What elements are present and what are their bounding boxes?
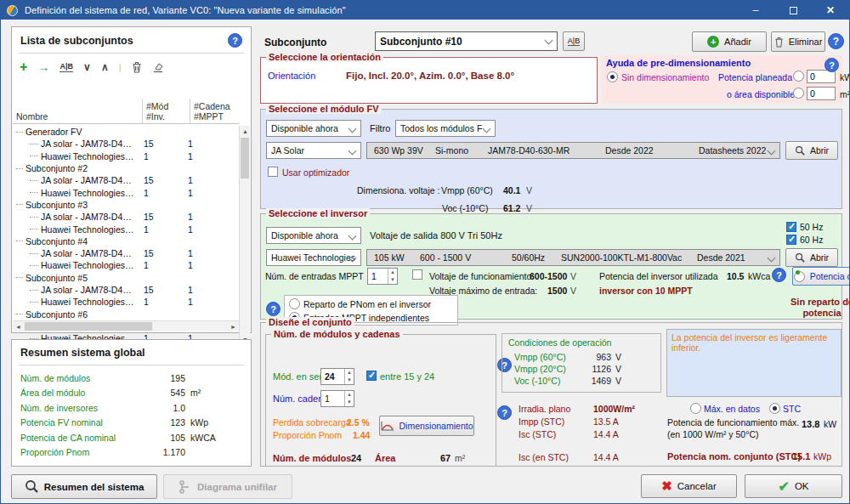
optimizer-checkbox[interactable] (268, 167, 278, 177)
sizing-voltage-label: Dimensiona. voltaje : (357, 185, 439, 195)
close-button[interactable]: ✕ (812, 1, 849, 20)
shared-power-button[interactable]: Potencia compartida (792, 267, 850, 286)
list-column-headers: Nombre #Mód#Inv. #Cadena#MPPT (13, 99, 239, 124)
scroll-up-arrow[interactable]: ▲ (240, 126, 251, 137)
cancel-x-icon: ✖ (661, 479, 672, 494)
inverter-legend: Seleccione el inversor (266, 208, 370, 218)
module-manufacturer-select[interactable]: JA Solar (266, 142, 361, 159)
tree-row[interactable]: Subconjunto #2 (14, 162, 238, 174)
pnom-split-help-icon[interactable]: ? (266, 302, 280, 316)
modules-in-series-spinner[interactable]: 24▲▼ (320, 368, 354, 385)
vmpp-label: Vmpp (60°C) (441, 185, 493, 195)
tree-row[interactable]: JA solar - JAM78-D40-630-MR151 (14, 284, 238, 296)
freq-50hz-label: 50 Hz (800, 222, 823, 232)
tree-row[interactable]: Huawei Technologies - SUN2...11 (14, 296, 238, 308)
no-sizing-radio[interactable] (607, 71, 618, 82)
inverter-availability-select[interactable]: Disponible ahora (266, 227, 361, 244)
operating-conditions-box: Condiciones de operación Vmpp (60°C)963V… (502, 333, 661, 393)
module-open-button[interactable]: Abrir (785, 141, 838, 160)
hscroll-thumb[interactable] (25, 322, 152, 331)
rename-icon[interactable]: A|B (60, 62, 73, 72)
duplicate-subarray-icon[interactable]: → (37, 60, 49, 74)
strings-spinner[interactable]: 1▲▼ (320, 390, 354, 407)
tree-row[interactable]: Huawei Technologies - SUN2...11 (14, 259, 238, 271)
add-subarray-icon[interactable]: + (20, 59, 27, 75)
nominal-power-unit: kWp (813, 451, 831, 462)
tree-horizontal-scrollbar[interactable]: ◄ ► (13, 320, 239, 331)
inverter-output-voltage: Voltaje de salida 800 V Tri 50Hz (370, 230, 502, 241)
planned-power-label: Potencia planeada (718, 72, 792, 82)
module-legend: Seleccione el módulo FV (266, 104, 382, 114)
module-filter-select[interactable]: Todos los módulos F (395, 120, 496, 137)
title-bar: Definición del sistema de red, Variante … (1, 1, 849, 20)
magnifier-icon (795, 252, 805, 263)
list-help-icon[interactable]: ? (228, 33, 242, 48)
tree-row[interactable]: Subconjunto #6 (14, 308, 238, 320)
operating-voltage-label: Voltaje de funcionamiento: (429, 271, 534, 281)
rename-subarray-button[interactable]: A|B (563, 31, 585, 51)
inverter-open-button[interactable]: Abrir (785, 248, 838, 267)
between-checkbox[interactable] (366, 371, 377, 381)
subarray-select[interactable]: Subconjunto #10 (375, 31, 558, 51)
inverter-model-select[interactable]: 105 kW 600 - 1500 V 50/60Hz SUN2000-100K… (366, 249, 780, 266)
module-availability-select[interactable]: Disponible ahora (266, 120, 361, 137)
planned-power-radio[interactable] (793, 71, 804, 82)
vscroll-thumb[interactable] (241, 138, 249, 178)
freq-50hz-checkbox[interactable] (786, 222, 796, 232)
column-name: Nombre (16, 111, 139, 122)
tree-row[interactable]: JA solar - JAM78-D40-630-MR151 (14, 211, 238, 223)
clear-icon[interactable] (152, 61, 164, 73)
stc-radio[interactable] (769, 403, 780, 414)
maximize-button[interactable] (774, 1, 812, 20)
modules-count-value: 24 (351, 453, 361, 463)
scroll-left-arrow[interactable]: ◄ (13, 321, 24, 332)
minimize-button[interactable]: – (737, 1, 774, 20)
presizing-help-icon[interactable]: ? (824, 58, 839, 72)
max-in-data-radio[interactable] (690, 403, 701, 414)
move-down-icon[interactable]: ∨ (83, 61, 91, 73)
delete-subarray-button[interactable]: Eliminar (771, 31, 825, 52)
tree-vertical-scrollbar[interactable]: ▲ ▼ (239, 126, 250, 345)
sizing-button[interactable]: Dimensionamiento (379, 416, 474, 436)
delete-subarray-icon[interactable] (132, 61, 142, 73)
scroll-right-arrow[interactable]: ► (228, 321, 239, 332)
nominal-power-label: Potencia nom. conjunto (STC) (667, 451, 801, 462)
subarray-help-icon[interactable]: ? (828, 33, 844, 49)
tree-row[interactable]: Subconjunto #4 (14, 235, 238, 247)
module-filter-label: Filtro (370, 123, 390, 133)
list-panel-title: Lista de subconjuntos (20, 35, 133, 47)
tree-row[interactable]: Huawei Technologies - SUN2...11 (14, 150, 238, 162)
move-up-icon[interactable]: ∧ (101, 61, 109, 73)
available-area-input[interactable] (807, 87, 836, 100)
inverter-warning-text: La potencia del inversor es ligeramente … (672, 332, 827, 353)
mppt-inputs-spinner[interactable]: 1▲▼ (367, 268, 398, 285)
tree-row[interactable]: Subconjunto #5 (14, 272, 238, 284)
add-subarray-button[interactable]: + Añadir (692, 31, 767, 52)
summary-title: Resumen sistema global (20, 347, 145, 359)
app-icon (7, 5, 18, 16)
modules-strings-legend: Núm. de módulos y cadenas (271, 329, 403, 339)
single-line-diagram-button[interactable]: Diagrama unifilar (163, 474, 292, 499)
module-group: Seleccione el módulo FV Disponible ahora… (260, 104, 842, 209)
sizing-help-icon[interactable]: ? (497, 405, 512, 420)
module-model-select[interactable]: 630 Wp 39V Si-mono JAM78-D40-630-MR Desd… (366, 142, 780, 159)
tree-row[interactable]: JA solar - JAM78-D40-630-MR151 (14, 247, 238, 259)
tree-row[interactable]: JA solar - JAM78-D40-630-MR151 (14, 138, 238, 150)
tree-row[interactable]: Generador FV (14, 126, 238, 138)
nominal-power-value: 15.1 (792, 451, 810, 462)
vmpp-unit: V (526, 185, 532, 195)
tree-row[interactable]: Subconjunto #3 (14, 199, 238, 211)
cancel-button[interactable]: ✖ Cancelar (641, 474, 737, 498)
power-used-help-icon[interactable]: ? (772, 268, 786, 282)
inverter-manufacturer-select[interactable]: Huawei Technologies (266, 249, 361, 266)
mppt-checkbox[interactable] (412, 269, 422, 280)
tree-row[interactable]: Huawei Technologies - SUN2...11 (14, 186, 238, 198)
pnom-split-radio[interactable] (289, 298, 300, 309)
system-summary-button[interactable]: Resumen del sistema (11, 474, 157, 499)
available-area-radio[interactable] (793, 88, 804, 99)
ok-button[interactable]: ✔ OK (745, 474, 842, 498)
tree-row[interactable]: Huawei Technologies - SUN2...11 (14, 223, 238, 235)
freq-60hz-checkbox[interactable] (786, 235, 796, 245)
design-group: Diseñe el conjunto Núm. de módulos y cad… (260, 317, 842, 467)
tree-row[interactable]: JA solar - JAM78-D40-630-MR151 (14, 174, 238, 186)
